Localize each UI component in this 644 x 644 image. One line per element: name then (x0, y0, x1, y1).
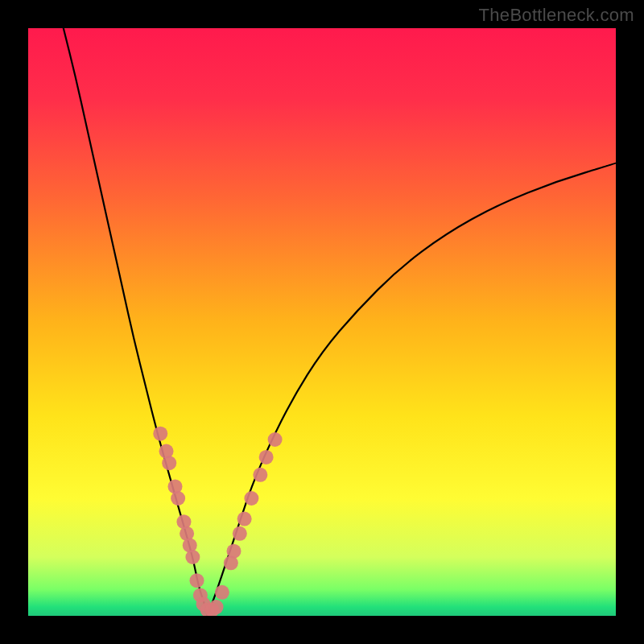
marker-point (253, 468, 267, 482)
plot-area (28, 28, 616, 616)
curve-layer (28, 28, 616, 616)
marker-point (171, 491, 185, 506)
watermark-text: TheBottleneck.com (479, 5, 634, 26)
marker-point (268, 432, 283, 447)
marker-point (190, 573, 204, 588)
marker-point (162, 456, 176, 470)
marker-point (215, 585, 229, 600)
marker-point (185, 550, 200, 564)
marker-point (244, 491, 258, 506)
marker-point (259, 450, 274, 464)
marker-point (209, 600, 224, 614)
marker-point (237, 512, 252, 526)
marker-point (233, 526, 247, 541)
chart-frame: TheBottleneck.com (0, 0, 644, 644)
marker-point (227, 544, 242, 559)
highlight-markers (153, 427, 282, 616)
curve-right-branch (208, 163, 616, 616)
marker-point (153, 427, 167, 441)
